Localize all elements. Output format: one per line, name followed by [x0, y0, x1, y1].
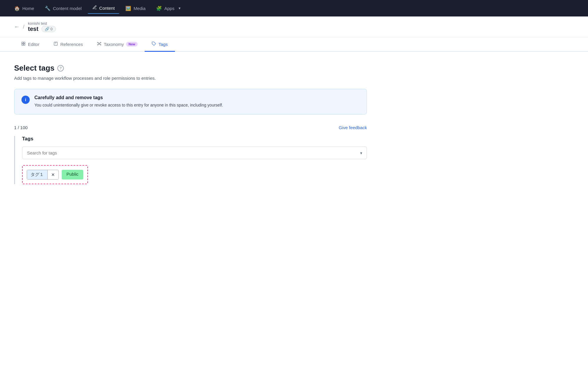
- svg-point-9: [100, 44, 101, 45]
- nav-media-label: Media: [133, 6, 146, 11]
- breadcrumb-area: ← / konishi test test 🔗 0: [0, 16, 588, 37]
- image-icon: 🖼️: [125, 6, 131, 11]
- info-title: Carefully add and remove tags: [34, 95, 360, 100]
- svg-rect-1: [24, 42, 25, 44]
- nav-apps[interactable]: 🧩 Apps ▼: [151, 3, 186, 14]
- breadcrumb-info: konishi test test 🔗 0: [28, 21, 56, 32]
- svg-point-6: [97, 42, 98, 43]
- taxonomy-new-badge: New: [126, 42, 138, 46]
- breadcrumb-parent: konishi test: [28, 21, 56, 26]
- tab-tags-label: Tags: [158, 42, 168, 47]
- svg-rect-0: [22, 42, 23, 44]
- tag-public-badge: Public: [62, 170, 83, 179]
- apps-icon: 🧩: [156, 6, 162, 11]
- svg-rect-3: [24, 44, 25, 45]
- back-button[interactable]: ←: [14, 24, 19, 30]
- tab-editor[interactable]: Editor: [14, 37, 46, 52]
- svg-line-12: [98, 44, 99, 45]
- info-body: You could unintentionally give or revoke…: [34, 102, 360, 108]
- tabs-bar: Editor References Taxonomy New Tags: [0, 37, 588, 52]
- nav-home[interactable]: 🏠 Home: [9, 3, 39, 14]
- nav-content[interactable]: Content: [88, 3, 120, 14]
- nav-content-label: Content: [99, 6, 115, 11]
- tag-chip-remove-tag1[interactable]: ✕: [48, 170, 59, 179]
- tab-taxonomy-label: Taxonomy: [104, 42, 124, 47]
- tag-count: 1 / 100: [14, 125, 28, 130]
- tab-taxonomy[interactable]: Taxonomy New: [90, 37, 145, 52]
- entry-title: test: [28, 26, 39, 32]
- tab-references-label: References: [60, 42, 83, 47]
- link-icon: 🔗: [45, 27, 49, 31]
- top-nav: 🏠 Home 🔧 Content model Content 🖼️ Media …: [0, 0, 588, 16]
- wrench-icon: 🔧: [45, 6, 51, 11]
- home-icon: 🏠: [14, 6, 20, 11]
- svg-line-13: [100, 44, 101, 45]
- info-icon: i: [21, 96, 30, 104]
- tags-section-label: Tags: [22, 136, 367, 142]
- info-text: Carefully add and remove tags You could …: [34, 95, 360, 108]
- svg-point-8: [97, 44, 98, 45]
- tag-chip-tag1: タグ１ ✕: [27, 170, 59, 179]
- nav-content-model[interactable]: 🔧 Content model: [40, 3, 86, 14]
- count-feedback-row: 1 / 100 Give feedback: [14, 125, 367, 130]
- references-badge[interactable]: 🔗 0: [41, 26, 56, 32]
- help-icon[interactable]: ?: [57, 65, 64, 72]
- ref-count: 0: [51, 27, 53, 31]
- apps-dropdown-icon: ▼: [178, 6, 181, 10]
- svg-rect-2: [22, 44, 23, 45]
- tags-list-area: タグ１ ✕ Public: [22, 165, 88, 184]
- svg-line-10: [98, 43, 99, 44]
- tab-editor-label: Editor: [28, 42, 39, 47]
- nav-home-label: Home: [22, 6, 34, 11]
- page-title: Select tags: [14, 64, 54, 73]
- give-feedback-link[interactable]: Give feedback: [339, 125, 367, 130]
- tags-section: Tags ▾ タグ１ ✕ Public: [14, 136, 367, 184]
- nav-media[interactable]: 🖼️ Media: [121, 3, 150, 14]
- tab-tags[interactable]: Tags: [145, 37, 175, 52]
- search-input-wrap: ▾: [22, 147, 367, 159]
- editor-tab-icon: [21, 41, 26, 47]
- svg-point-7: [100, 42, 101, 43]
- breadcrumb-separator: /: [23, 24, 24, 30]
- taxonomy-tab-icon: [97, 41, 101, 47]
- nav-content-model-label: Content model: [53, 6, 82, 11]
- svg-line-11: [100, 43, 101, 44]
- tab-references[interactable]: References: [46, 37, 90, 52]
- references-tab-icon: [54, 41, 58, 47]
- page-title-row: Select tags ?: [14, 64, 397, 73]
- tag-chip-label-tag1: タグ１: [27, 170, 48, 179]
- breadcrumb-title: test 🔗 0: [28, 26, 56, 32]
- search-tags-input[interactable]: [22, 147, 367, 159]
- tags-tab-icon: [152, 41, 156, 47]
- main-content: Select tags ? Add tags to manage workflo…: [0, 52, 412, 196]
- nav-apps-label: Apps: [164, 6, 174, 11]
- pencil-icon: [92, 5, 97, 11]
- page-subtitle: Add tags to manage workflow processes an…: [14, 76, 397, 81]
- info-box: i Carefully add and remove tags You coul…: [14, 89, 367, 114]
